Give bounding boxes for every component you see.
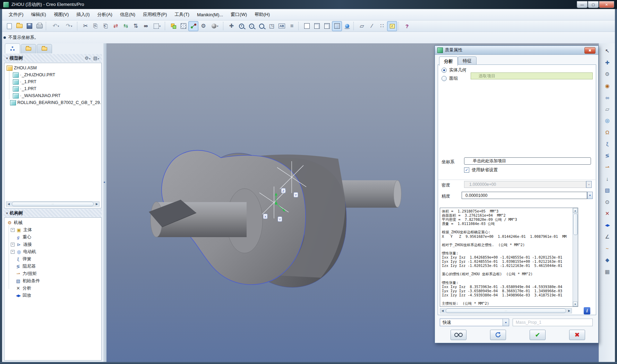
drag-components-button[interactable]: ✚ bbox=[601, 58, 614, 68]
force-torque-button[interactable]: ⇀ bbox=[601, 162, 614, 172]
display-settings-button[interactable] bbox=[178, 21, 188, 31]
scrollbar-thumb[interactable] bbox=[573, 214, 578, 235]
gears-button[interactable]: ⚙ bbox=[601, 69, 614, 79]
datum-point-toggle[interactable]: ∷ bbox=[377, 21, 387, 31]
collapse-icon[interactable]: ▾ bbox=[6, 57, 8, 60]
model-swap-button[interactable]: ⇅ bbox=[131, 21, 141, 31]
menu-edit[interactable]: 编辑(E) bbox=[27, 10, 50, 19]
expand-icon[interactable]: + bbox=[11, 228, 15, 232]
hidden-line-button[interactable] bbox=[312, 21, 322, 31]
mech-item-analyses[interactable]: ✕ 分析 bbox=[15, 285, 31, 292]
spin-center-button[interactable]: ✚ bbox=[226, 21, 237, 31]
springs-button[interactable]: ξ bbox=[601, 139, 614, 149]
paste-button[interactable]: ⎗ bbox=[101, 21, 111, 31]
menu-window[interactable]: 窗口(W) bbox=[227, 10, 251, 19]
tree-item-part[interactable]: ▫ _1.PRT bbox=[13, 85, 36, 92]
layer-structure-button[interactable] bbox=[168, 21, 178, 31]
left-shaft[interactable] bbox=[149, 200, 247, 237]
collapse-icon[interactable]: ▾ bbox=[6, 211, 8, 215]
mass-properties-button[interactable]: ⊙ bbox=[601, 197, 614, 207]
tree-columns-button[interactable]: ▤▾ bbox=[93, 55, 99, 61]
tree-item-part[interactable]: ▫ _WAISANJIAO.PRT bbox=[13, 92, 61, 99]
scroll-left-icon[interactable]: ◀ bbox=[6, 202, 11, 206]
menu-applications[interactable]: 应用程序(P) bbox=[139, 10, 171, 19]
tree-item-part[interactable]: ▫ _1.PRT bbox=[13, 78, 36, 85]
force-motors-button[interactable]: Ω bbox=[601, 127, 614, 138]
shadow-button[interactable] bbox=[342, 21, 352, 31]
menu-view[interactable]: 视图(V) bbox=[50, 10, 72, 19]
expand-icon[interactable]: + bbox=[11, 250, 15, 254]
context-help-button[interactable]: ? bbox=[402, 21, 412, 31]
mech-item-motors[interactable]: + ◎ 电动机 bbox=[11, 248, 36, 255]
slots-button[interactable]: ▱ bbox=[601, 104, 614, 114]
cut-button[interactable]: ✂ bbox=[80, 21, 91, 31]
menu-analysis[interactable]: 分析(A) bbox=[94, 10, 116, 19]
scroll-right-icon[interactable]: ▶ bbox=[94, 202, 99, 206]
zoom-in-button[interactable]: + bbox=[237, 21, 247, 31]
tree-settings-button[interactable]: ⚙▾ bbox=[85, 55, 91, 61]
display-entities-button[interactable]: ▦ bbox=[601, 267, 614, 277]
menu-insert[interactable]: 插入(I) bbox=[72, 10, 93, 19]
open-button[interactable] bbox=[14, 21, 24, 31]
regen-manager-button[interactable]: ⇆ bbox=[121, 21, 131, 31]
scroll-left-icon[interactable]: ◀ bbox=[440, 309, 445, 313]
quick-combo[interactable]: 快速 ▾ bbox=[440, 319, 509, 326]
tab-feature[interactable]: 特征 bbox=[458, 57, 477, 65]
scroll-right-icon[interactable]: ▶ bbox=[567, 309, 572, 313]
mech-item-springs[interactable]: ξ 弹簧 bbox=[15, 255, 31, 262]
close-button[interactable]: ✕ bbox=[599, 1, 614, 8]
ok-button[interactable]: ✔ bbox=[530, 330, 546, 340]
redo-button[interactable]: ↷▾ bbox=[62, 21, 76, 31]
expand-icon[interactable]: + bbox=[11, 243, 15, 246]
select-dropdown-icon[interactable]: ▾ bbox=[159, 25, 161, 28]
connections-button[interactable] bbox=[188, 21, 198, 31]
tree-item-asm[interactable]: ZHOU.ASM bbox=[7, 64, 37, 71]
select-items-field[interactable]: 选取项目 bbox=[471, 72, 593, 79]
cancel-button[interactable]: ✖ bbox=[569, 330, 585, 340]
shaded-button[interactable] bbox=[332, 21, 342, 31]
results-hscrollbar[interactable]: ◀ ⋯ ▶ bbox=[440, 308, 572, 313]
tab-favorites[interactable] bbox=[37, 44, 52, 53]
tab-analysis[interactable]: 分析 bbox=[439, 57, 458, 66]
no-hidden-button[interactable] bbox=[322, 21, 332, 31]
results-textarea[interactable]: 体积 = 1.2918075e+05 MM^3 曲面面积 = 3.2762161… bbox=[440, 208, 578, 307]
repeat-button[interactable] bbox=[490, 330, 506, 340]
mech-item-connections[interactable]: + ⊳ 连接 bbox=[11, 241, 32, 248]
annotate-button[interactable]: ◳ bbox=[267, 21, 277, 31]
servo-motors-button[interactable]: ◎ bbox=[601, 115, 614, 126]
copy-button[interactable]: ⎘ bbox=[91, 21, 101, 31]
wireframe-button[interactable] bbox=[302, 21, 312, 31]
render-style-button[interactable]: ▾ bbox=[208, 21, 222, 31]
tree-item-part[interactable]: ▫ _ZHUZHOU.PRT bbox=[13, 71, 55, 78]
mech-item-cg[interactable]: g 重心 bbox=[15, 234, 31, 241]
zoom-window-button[interactable] bbox=[257, 21, 267, 31]
mech-item-initial-conditions[interactable]: ▧ 初始条件 bbox=[15, 277, 40, 284]
tab-folder-browser[interactable] bbox=[21, 44, 36, 53]
trace-curves-button[interactable]: ~ bbox=[601, 243, 614, 254]
undo-button[interactable]: ↶▾ bbox=[49, 21, 62, 31]
scroll-up-icon[interactable]: ▲ bbox=[573, 208, 577, 213]
minimize-button[interactable]: — bbox=[577, 1, 588, 8]
maximize-button[interactable]: ▢ bbox=[588, 1, 599, 8]
playback-button[interactable]: ◀▶ bbox=[601, 220, 614, 231]
radio-solid-geometry[interactable]: 实体几何 bbox=[442, 67, 466, 73]
print-button[interactable] bbox=[34, 21, 44, 31]
menu-help[interactable]: 帮助(H) bbox=[251, 10, 274, 19]
datum-csys-toggle[interactable]: Z bbox=[387, 21, 397, 31]
tab-model-tree[interactable] bbox=[5, 43, 20, 53]
zoom-out-button[interactable]: − bbox=[247, 21, 257, 31]
analyses-button[interactable]: ✕ bbox=[601, 208, 614, 219]
initial-conditions-button[interactable]: ▧ bbox=[601, 185, 614, 196]
menu-manikin[interactable]: Manikin(M)... bbox=[193, 10, 227, 19]
scrollbar-thumb[interactable]: ⋯ bbox=[446, 309, 566, 313]
select-box-button[interactable]: ▾ bbox=[151, 21, 163, 31]
ab-annotation-button[interactable]: AB bbox=[277, 21, 287, 31]
measures-button[interactable]: ∠ bbox=[601, 232, 614, 242]
analysis-name-field[interactable]: Mass_Prop_1 bbox=[513, 319, 593, 326]
regenerate-button[interactable]: ⇄ bbox=[111, 21, 121, 31]
panel-splitter[interactable]: ◂ bbox=[103, 43, 106, 362]
collision-button[interactable]: ◆ bbox=[601, 255, 614, 265]
redo-dropdown-icon[interactable]: ▾ bbox=[71, 25, 72, 28]
info-button[interactable]: i bbox=[584, 307, 590, 314]
model-tree-hscrollbar[interactable]: ◀ ⋯ ▶ bbox=[6, 201, 100, 207]
